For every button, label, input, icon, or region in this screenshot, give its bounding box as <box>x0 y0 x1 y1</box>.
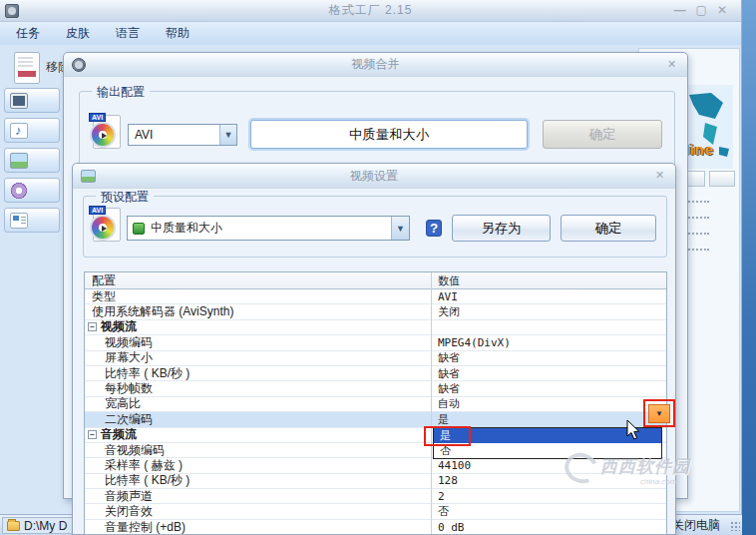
watermark: 西西软件园 china.com <box>565 449 714 495</box>
table-row[interactable]: 音量控制 (+dB)0 dB <box>85 520 666 535</box>
preset-select-value: 中质量和大小 <box>145 220 391 237</box>
avi-format-icon: AVI <box>89 113 123 151</box>
table-row[interactable]: 屏幕大小缺省 <box>85 351 666 366</box>
row-value: AVI <box>431 289 666 303</box>
table-section-row[interactable]: −视频流 <box>85 320 666 335</box>
menu-item[interactable]: 帮助 <box>166 25 189 42</box>
row-value: 自动 <box>431 397 666 411</box>
merge-dialog-titlebar[interactable]: 视频合并 ✕ <box>64 53 687 77</box>
row-value: MPEG4(DivX) <box>431 335 666 349</box>
desktop: 格式工厂 2.15 — ▢ ✕ 任务皮肤语言帮助 移除 <box>0 0 756 535</box>
table-row[interactable]: 关闭音效否 <box>85 504 666 519</box>
row-value: 缺省 <box>431 351 666 365</box>
table-header: 配置 数值 <box>85 272 666 289</box>
close-icon[interactable]: ✕ <box>664 57 679 72</box>
table-row[interactable]: 二次编码是 <box>85 412 666 427</box>
table-row[interactable]: 宽高比自动 <box>85 397 666 412</box>
settings-dialog-titlebar[interactable]: 视频设置 ✕ <box>73 164 675 189</box>
output-config-label: 输出配置 <box>92 84 150 101</box>
table-row[interactable]: 视频编码MPEG4(DivX) <box>85 335 666 350</box>
sidebar-item-advanced[interactable] <box>4 208 60 233</box>
row-label: 二次编码 <box>105 412 153 426</box>
menu-item[interactable]: 任务 <box>16 25 40 42</box>
settings-ok-button[interactable]: 确定 <box>561 215 656 242</box>
table-row[interactable]: 使用系统解码器 (AviSynth)关闭 <box>85 304 666 319</box>
quality-level-icon <box>133 223 145 235</box>
row-label: 采样率 ( 赫兹 ) <box>105 458 183 472</box>
collapse-icon[interactable]: − <box>88 322 97 331</box>
menu-item[interactable]: 皮肤 <box>66 25 90 42</box>
table-row[interactable]: 比特率 ( KB/秒 )缺省 <box>85 366 666 381</box>
row-label: 每秒帧数 <box>105 381 153 395</box>
watermark-subtext: china.com <box>640 477 676 486</box>
menu-item[interactable]: 语言 <box>116 25 140 42</box>
row-label: 屏幕大小 <box>105 351 153 365</box>
settings-dialog-title: 视频设置 <box>73 168 675 185</box>
app-title: 格式工厂 2.15 <box>0 2 741 19</box>
sidebar-item-video[interactable] <box>4 88 60 113</box>
row-value: 0 dB <box>431 520 666 534</box>
audio-icon <box>10 123 28 139</box>
shutdown-label[interactable]: 关闭电脑 <box>672 517 720 534</box>
row-label: 视频编码 <box>105 335 153 349</box>
maximize-icon[interactable]: ▢ <box>696 3 707 17</box>
quality-button[interactable]: 中质量和大小 <box>250 120 528 149</box>
row-label: 音量控制 (+dB) <box>105 520 186 534</box>
mouse-cursor <box>626 419 642 444</box>
row-value: 缺省 <box>431 381 666 395</box>
app-titlebar[interactable]: 格式工厂 2.15 — ▢ ✕ <box>0 0 741 22</box>
merge-ok-button[interactable]: 确定 <box>543 120 662 149</box>
watermark-text: 西西软件园 <box>600 455 690 478</box>
watermark-logo-icon <box>561 448 602 488</box>
row-value: 否 <box>431 504 666 518</box>
avi-format-icon: AVI <box>89 206 123 244</box>
close-icon[interactable]: ✕ <box>652 168 667 183</box>
status-path: D:\My D <box>24 519 67 533</box>
annotation-box-dropdown-button <box>643 399 675 427</box>
row-label: 比特率 ( KB/秒 ) <box>105 474 189 488</box>
preset-config-label: 预设配置 <box>96 189 154 206</box>
advanced-icon <box>10 213 28 229</box>
close-icon[interactable]: ✕ <box>717 3 727 17</box>
column-header-config[interactable]: 配置 <box>85 272 431 288</box>
merge-dialog-title: 视频合并 <box>64 56 687 73</box>
remove-file-icon[interactable] <box>14 52 40 84</box>
preset-select[interactable]: 中质量和大小 ▼ <box>127 216 410 241</box>
row-value: 关闭 <box>431 304 666 318</box>
row-label: 音频流 <box>101 428 137 442</box>
settings-table-body: 类型AVI使用系统解码器 (AviSynth)关闭−视频流视频编码MPEG4(D… <box>85 289 666 535</box>
format-select[interactable]: AVI ▼ <box>128 124 237 146</box>
sidebar-item-rom-device[interactable] <box>4 178 60 203</box>
video-icon <box>10 93 28 109</box>
table-row[interactable]: 类型AVI <box>85 289 666 304</box>
config-table: 配置 数值 类型AVI使用系统解码器 (AviSynth)关闭−视频流视频编码M… <box>84 271 667 535</box>
row-label: 音视频编码 <box>105 443 165 457</box>
sidebar-item-picture[interactable] <box>4 148 60 173</box>
row-label: 类型 <box>92 289 116 303</box>
minimize-icon[interactable]: — <box>674 3 686 17</box>
row-label: 视频流 <box>101 320 137 334</box>
menu-bar: 任务皮肤语言帮助 <box>0 22 741 45</box>
row-label: 音频声道 <box>105 489 153 503</box>
help-button[interactable]: ? <box>426 220 442 237</box>
row-label: 使用系统解码器 (AviSynth) <box>92 304 233 318</box>
format-select-value: AVI <box>129 128 219 142</box>
chevron-down-icon[interactable]: ▼ <box>219 125 236 145</box>
row-value <box>431 320 666 334</box>
column-header-value[interactable]: 数值 <box>431 272 666 288</box>
chevron-down-icon[interactable]: ▼ <box>391 217 409 240</box>
annotation-box-yes-option <box>424 426 471 446</box>
resize-grip[interactable] <box>730 521 740 531</box>
column-divider[interactable] <box>431 272 432 534</box>
save-as-button[interactable]: 另存为 <box>452 215 551 242</box>
row-label: 关闭音效 <box>105 504 153 518</box>
picture-icon <box>10 153 28 169</box>
row-value: 缺省 <box>431 366 666 380</box>
sidebar-item-audio[interactable] <box>4 118 60 143</box>
row-label: 宽高比 <box>105 397 141 411</box>
table-row[interactable]: 每秒帧数缺省 <box>85 381 666 396</box>
row-label: 比特率 ( KB/秒 ) <box>105 366 189 380</box>
disc-icon <box>10 183 28 199</box>
panel-button-right[interactable] <box>709 171 735 187</box>
collapse-icon[interactable]: − <box>88 430 97 439</box>
